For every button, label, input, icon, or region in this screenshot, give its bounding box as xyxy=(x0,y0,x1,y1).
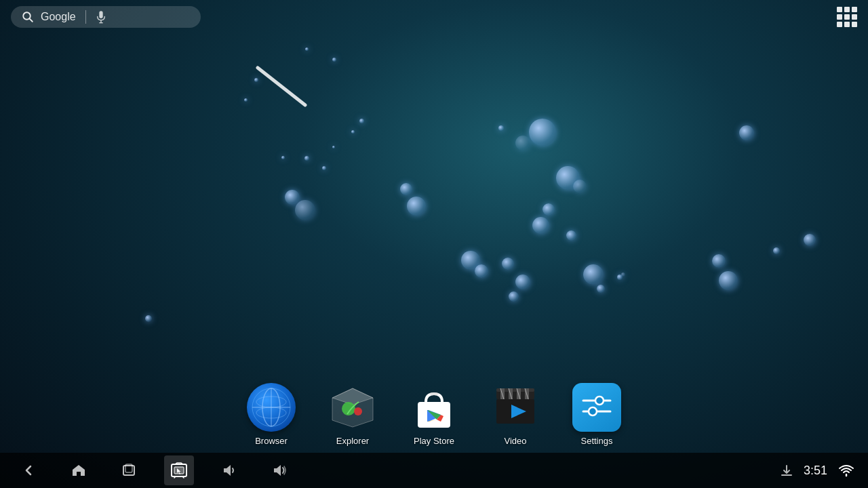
explorer-label: Explorer xyxy=(336,436,369,446)
bubble xyxy=(359,119,364,123)
browser-app[interactable]: Browser xyxy=(237,383,305,446)
dock: Browser Explorer xyxy=(0,383,868,453)
grid-dot xyxy=(852,22,857,27)
bubble xyxy=(509,291,519,302)
volume-up-button[interactable] xyxy=(264,455,294,485)
svg-marker-45 xyxy=(274,465,281,476)
bubble xyxy=(804,234,816,246)
bubble xyxy=(475,264,488,278)
playstore-icon xyxy=(410,383,458,432)
google-logo: Google xyxy=(41,11,76,23)
mic-icon[interactable] xyxy=(96,10,106,24)
explorer-app[interactable]: Explorer xyxy=(319,383,387,446)
bubble xyxy=(407,197,426,216)
svg-point-38 xyxy=(589,407,597,415)
search-bar[interactable]: Google xyxy=(11,6,201,28)
video-label: Video xyxy=(504,436,526,446)
settings-icon xyxy=(572,383,621,432)
bubble xyxy=(529,119,556,146)
bubble xyxy=(502,258,514,270)
topbar: Google xyxy=(0,0,868,34)
grid-dot xyxy=(852,14,857,20)
grid-dot xyxy=(837,14,842,20)
bubble xyxy=(295,200,315,220)
bubble xyxy=(400,183,412,195)
svg-rect-17 xyxy=(430,392,438,395)
bubble xyxy=(305,47,309,51)
bubble xyxy=(322,166,326,170)
video-app[interactable]: Video xyxy=(481,383,549,446)
browser-label: Browser xyxy=(255,436,288,446)
browser-icon xyxy=(247,383,296,432)
bubble xyxy=(351,130,355,134)
search-divider xyxy=(85,10,86,24)
svg-rect-3 xyxy=(99,11,102,18)
bubble xyxy=(532,217,549,234)
grid-dot xyxy=(844,7,850,12)
back-button[interactable] xyxy=(14,455,43,485)
navbar: 3:51 xyxy=(0,453,868,488)
explorer-icon xyxy=(328,383,377,432)
bubble xyxy=(739,125,754,140)
screenshot-button[interactable] xyxy=(164,455,194,485)
svg-line-2 xyxy=(30,19,33,22)
bubble xyxy=(515,136,530,150)
bubble xyxy=(621,272,625,277)
settings-app[interactable]: Settings xyxy=(563,383,631,446)
bubble xyxy=(542,203,555,216)
recents-button[interactable] xyxy=(114,455,144,485)
bubble xyxy=(332,146,335,148)
bubble xyxy=(332,58,336,62)
bubble xyxy=(719,271,738,290)
video-icon xyxy=(491,383,540,432)
bubble xyxy=(281,156,285,159)
bubble xyxy=(573,180,587,193)
grid-dot xyxy=(844,22,850,27)
download-indicator xyxy=(780,464,793,477)
bubble xyxy=(712,254,726,268)
playstore-app[interactable]: Play Store xyxy=(400,383,468,446)
bubble xyxy=(498,125,504,131)
grid-dot xyxy=(837,22,842,27)
bubble xyxy=(304,156,309,161)
svg-point-15 xyxy=(354,407,362,415)
grid-dot xyxy=(852,7,857,12)
bubble xyxy=(597,285,605,293)
all-apps-button[interactable] xyxy=(837,7,857,27)
bubble xyxy=(244,98,248,102)
bubble xyxy=(583,264,604,285)
search-icon xyxy=(22,11,34,23)
grid-dot xyxy=(844,14,850,20)
grid-dot xyxy=(837,7,842,12)
bubble xyxy=(515,274,530,289)
bubble xyxy=(254,78,258,82)
volume-down-button[interactable] xyxy=(214,455,244,485)
wifi-icon xyxy=(838,464,854,477)
playstore-label: Play Store xyxy=(414,436,454,446)
bubble xyxy=(566,230,576,241)
home-button[interactable] xyxy=(64,455,94,485)
bubble xyxy=(773,247,780,254)
svg-point-36 xyxy=(595,396,604,405)
settings-label: Settings xyxy=(581,436,613,446)
bubble xyxy=(145,315,152,322)
clock: 3:51 xyxy=(804,464,827,478)
svg-marker-44 xyxy=(224,465,231,476)
svg-point-14 xyxy=(342,402,355,415)
